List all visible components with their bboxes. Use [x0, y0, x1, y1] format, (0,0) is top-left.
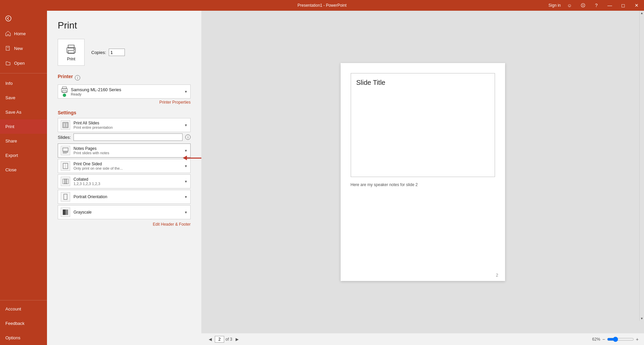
sidebar-saveas-label: Save As — [5, 110, 21, 115]
sidebar-export-label: Export — [5, 153, 18, 158]
sidebar-item-open[interactable]: Open — [0, 56, 47, 70]
notes-pages-main: Notes Pages — [73, 146, 182, 151]
orientation-text: Portrait Orientation — [73, 194, 182, 199]
sidebar-item-options[interactable]: Options — [0, 331, 47, 345]
preview-container: Slide Title Here are my speaker notes fo… — [201, 11, 644, 345]
slides-icon — [62, 122, 69, 128]
edit-footer-link[interactable]: Edit Header & Footer — [58, 222, 191, 227]
svg-rect-24 — [63, 210, 65, 215]
sidebar-item-save[interactable]: Save — [0, 91, 47, 105]
slide-title: Slide Title — [356, 79, 386, 87]
print-title: Print — [58, 20, 191, 31]
print-button-label: Print — [67, 57, 76, 61]
orientation-dropdown[interactable]: Portrait Orientation ▼ — [58, 190, 191, 204]
arrow-head — [183, 156, 187, 160]
print-range-arrow: ▼ — [184, 123, 188, 127]
sidebar-item-saveas[interactable]: Save As — [0, 105, 47, 119]
scroll-down-arrow[interactable]: ▼ — [640, 316, 644, 321]
sidebar-item-info[interactable]: Info — [0, 76, 47, 91]
sidebar-divider-1 — [0, 73, 47, 73]
sidebar-close-label: Close — [5, 167, 16, 172]
sidebar-item-share[interactable]: Share — [0, 134, 47, 148]
scroll-up-arrow[interactable]: ▲ — [640, 11, 644, 15]
print-range-text: Print All Slides Print entire presentati… — [73, 121, 182, 129]
print-range-sub: Print entire presentation — [73, 125, 182, 129]
minimize-button[interactable]: ― — [605, 1, 614, 10]
orientation-icon — [61, 192, 70, 202]
svg-rect-12 — [66, 123, 68, 127]
collation-text: Collated 1,2,3 1,2,3 1,2,3 — [73, 177, 182, 186]
page-navigation: ◀ of 3 ▶ — [207, 336, 240, 343]
collation-sub: 1,2,3 1,2,3 1,2,3 — [73, 182, 182, 186]
sidebar-feedback-label: Feedback — [5, 321, 24, 326]
printer-info-icon[interactable]: i — [75, 75, 80, 80]
copies-input[interactable] — [109, 49, 125, 56]
zoom-in-button[interactable]: + — [636, 337, 639, 342]
sidebar-item-export[interactable]: Export — [0, 148, 47, 163]
content-area: Print Print Copies: — [47, 11, 644, 345]
printer-icon — [65, 43, 77, 55]
svg-rect-20 — [64, 179, 67, 184]
sidebar-print-label: Print — [5, 124, 14, 129]
back-button[interactable] — [0, 11, 47, 26]
sidebar-open-label: Open — [14, 61, 25, 66]
sides-icon — [62, 163, 69, 169]
preview-scroll[interactable]: Slide Title Here are my speaker notes fo… — [201, 11, 644, 333]
page-number: 2 — [496, 273, 498, 278]
print-button[interactable]: Print — [58, 39, 85, 66]
slide-box: Slide Title — [351, 73, 495, 177]
sidebar-item-home[interactable]: Home — [0, 26, 47, 41]
printer-properties-link[interactable]: Printer Properties — [58, 100, 191, 105]
printer-status-area — [61, 86, 68, 97]
title-bar-controls: Sign in ☺ ☹ ? ― ◻ ✕ — [548, 1, 641, 10]
print-sides-icon — [61, 161, 70, 171]
color-text: Grayscale — [73, 210, 182, 215]
collation-dropdown[interactable]: Collated 1,2,3 1,2,3 1,2,3 ▼ — [58, 174, 191, 188]
sidebar-item-feedback[interactable]: Feedback — [0, 316, 47, 331]
slides-info-icon[interactable]: i — [185, 134, 191, 140]
notes-pages-sub: Print slides with notes — [73, 151, 182, 155]
help-icon[interactable]: ? — [592, 1, 601, 10]
sidebar-item-new[interactable]: New — [0, 41, 47, 56]
zoom-out-button[interactable]: − — [602, 337, 605, 342]
slides-input[interactable] — [73, 133, 183, 141]
print-sides-dropdown[interactable]: Print One Sided Only print on one side o… — [58, 159, 191, 173]
sidebar-home-label: Home — [14, 31, 26, 36]
preview-bottom-bar: ◀ of 3 ▶ 62% − + — [201, 333, 644, 345]
frown-icon[interactable]: ☹ — [578, 1, 588, 10]
printer-name: Samsung ML-2160 Series — [71, 87, 121, 92]
zoom-slider[interactable] — [607, 337, 634, 342]
printer-small-icon — [61, 86, 68, 93]
notes-pages-dropdown[interactable]: Notes Pages Print slides with notes ▼ — [58, 143, 191, 158]
close-button[interactable]: ✕ — [632, 1, 641, 10]
printer-status: Ready — [71, 92, 121, 96]
print-range-main: Print All Slides — [73, 121, 182, 125]
sidebar-share-label: Share — [5, 138, 17, 143]
prev-page-button[interactable]: ◀ — [207, 336, 213, 343]
arrow-annotation — [183, 156, 201, 160]
next-page-button[interactable]: ▶ — [234, 336, 240, 343]
sidebar-item-print[interactable]: Print — [0, 119, 47, 134]
copies-area: Copies: — [91, 49, 125, 56]
print-sides-arrow: ▼ — [184, 164, 188, 168]
restore-button[interactable]: ◻ — [618, 1, 628, 10]
notes-pages-text: Notes Pages Print slides with notes — [73, 146, 182, 155]
zoom-percent: 62% — [592, 337, 600, 342]
right-scrollbar[interactable]: ▲ ▼ — [639, 11, 644, 321]
printer-section-title: Printer — [58, 74, 73, 79]
page-input[interactable] — [215, 336, 224, 343]
color-dropdown[interactable]: Grayscale ▼ — [58, 205, 191, 219]
home-icon — [5, 31, 11, 36]
open-icon — [5, 60, 11, 66]
sidebar-info-label: Info — [5, 81, 13, 86]
slides-row: Slides: i — [58, 133, 191, 141]
printer-selector[interactable]: Samsung ML-2160 Series Ready ▼ — [58, 84, 191, 99]
print-panel: Print Print Copies: — [47, 11, 201, 345]
svg-point-0 — [6, 16, 11, 21]
print-range-dropdown[interactable]: Print All Slides Print entire presentati… — [58, 118, 191, 132]
sidebar-item-account[interactable]: Account — [0, 302, 47, 316]
settings-section-title: Settings — [58, 110, 76, 115]
smiley-icon[interactable]: ☺ — [565, 1, 574, 10]
sidebar-item-close[interactable]: Close — [0, 163, 47, 177]
sign-in-link[interactable]: Sign in — [548, 3, 561, 8]
